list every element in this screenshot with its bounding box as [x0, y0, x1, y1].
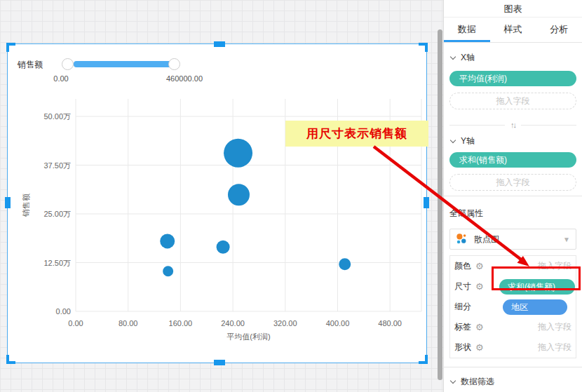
x-axis-field-pill[interactable]: 平均值(利润): [449, 71, 576, 86]
data-filter-label: 数据筛选: [461, 376, 494, 388]
svg-text:160.00: 160.00: [169, 319, 193, 327]
x-axis-label: X轴: [461, 52, 475, 64]
svg-text:400.00: 400.00: [326, 319, 350, 327]
scatter-chart-icon: [456, 233, 468, 245]
design-canvas[interactable]: 销售额 0.00 460000.00 0.0080.00160.00240.00…: [0, 0, 443, 392]
svg-text:320.00: 320.00: [273, 319, 297, 327]
panel-title: 图表: [444, 0, 582, 18]
color-dropzone[interactable]: 拖入字段: [538, 260, 571, 272]
size-pill-highlight-area: 求和(销售额): [497, 277, 578, 297]
chart-type-dropdown[interactable]: 散点图 ▼: [449, 229, 576, 250]
svg-text:50.00万: 50.00万: [43, 112, 71, 121]
svg-text:25.00万: 25.00万: [43, 210, 71, 218]
property-row-subdivide: 细分 地区: [450, 297, 576, 317]
axes-section: X轴 平均值(利润) 拖入字段 ↑↓ Y轴 求和(销售额) 拖入字段: [444, 53, 582, 191]
y-axis-dropzone[interactable]: 拖入字段: [449, 174, 576, 191]
property-row-shape: 形状 ⚙ 拖入字段: [450, 337, 576, 358]
property-row-color: 颜色 ⚙ 拖入字段: [450, 256, 576, 276]
svg-text:0.00: 0.00: [56, 307, 71, 316]
gear-icon[interactable]: ⚙: [475, 261, 484, 271]
size-field-pill[interactable]: 求和(销售额): [499, 279, 575, 295]
resize-handle-bottom-right[interactable]: [419, 355, 428, 364]
scatter-plot[interactable]: 0.0080.00160.00240.00320.00400.00480.000…: [8, 44, 428, 364]
chart-config-panel: 图表 数据 样式 分析 X轴 平均值(利润) 拖入字段 ↑↓ Y轴 求和(销售额…: [443, 0, 582, 392]
y-axis-label: Y轴: [461, 135, 475, 147]
label-dropzone[interactable]: 拖入字段: [538, 321, 571, 333]
panel-tabs: 数据 样式 分析: [444, 18, 582, 43]
y-axis-field-pill[interactable]: 求和(销售额): [449, 152, 576, 168]
svg-text:480.00: 480.00: [378, 319, 402, 327]
x-axis-header[interactable]: X轴: [449, 53, 576, 62]
property-row-size: 尺寸 ⚙ 求和(销售额): [450, 276, 576, 297]
all-properties-section: 全部属性 散点图 ▼ 颜色 ⚙ 拖入字段 尺寸 ⚙: [444, 208, 582, 358]
swap-axes-icon[interactable]: ↑↓: [505, 121, 521, 129]
axis-swap-divider: ↑↓: [449, 119, 576, 130]
data-filter-header[interactable]: 数据筛选: [449, 377, 576, 386]
chevron-down-icon: [450, 377, 456, 383]
gear-icon[interactable]: ⚙: [475, 322, 484, 332]
shape-dropzone[interactable]: 拖入字段: [538, 342, 571, 353]
properties-box: 颜色 ⚙ 拖入字段 尺寸 ⚙ 求和(销售额) 细分 地区 标签 ⚙: [449, 255, 576, 358]
resize-handle-bottom[interactable]: [214, 360, 225, 365]
chevron-down-icon: [450, 53, 456, 59]
svg-text:12.50万: 12.50万: [43, 259, 71, 267]
tab-data[interactable]: 数据: [444, 18, 490, 42]
tab-style[interactable]: 样式: [490, 18, 536, 42]
chart-type-value: 散点图: [474, 234, 499, 245]
svg-text:平均值(利润): 平均值(利润): [226, 332, 270, 341]
chart-widget[interactable]: 销售额 0.00 460000.00 0.0080.00160.00240.00…: [7, 43, 427, 363]
data-filter-section: 数据筛选: [444, 377, 582, 386]
region-field-pill[interactable]: 地区: [503, 299, 567, 315]
x-axis-dropzone[interactable]: 拖入字段: [449, 93, 576, 109]
svg-text:0.00: 0.00: [68, 319, 83, 327]
resize-handle-top[interactable]: [214, 41, 225, 47]
gear-icon[interactable]: ⚙: [475, 281, 484, 292]
property-row-label: 标签 ⚙ 拖入字段: [450, 317, 576, 337]
svg-text:80.00: 80.00: [119, 319, 138, 327]
resize-handle-top-right[interactable]: [419, 43, 428, 52]
chevron-down-icon: ▼: [563, 236, 570, 243]
chevron-down-icon: [450, 137, 456, 142]
annotation-note: 用尺寸表示销售额: [285, 121, 428, 147]
tab-analysis[interactable]: 分析: [536, 18, 582, 42]
svg-text:37.50万: 37.50万: [43, 161, 71, 170]
svg-text:销售额: 销售额: [22, 194, 30, 217]
resize-handle-top-left[interactable]: [6, 43, 15, 52]
svg-text:240.00: 240.00: [221, 319, 245, 327]
resize-handle-bottom-left[interactable]: [6, 355, 15, 364]
resize-handle-right[interactable]: [424, 197, 429, 208]
all-properties-label: 全部属性: [449, 208, 576, 219]
canvas-scrollbar[interactable]: [438, 29, 442, 380]
gear-icon[interactable]: ⚙: [475, 342, 484, 353]
resize-handle-left[interactable]: [5, 197, 11, 208]
y-axis-header[interactable]: Y轴: [449, 136, 576, 146]
